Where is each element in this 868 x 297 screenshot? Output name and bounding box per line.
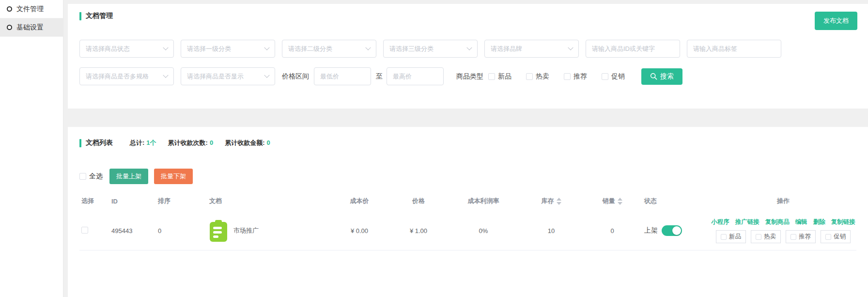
page-title-text: 文档管理 (86, 12, 113, 20)
row-id: 495443 (109, 211, 156, 250)
row-actions-cell: 小程序 推广链接 复制商品 编辑 删除 复制链接 新品 热卖 推荐 促销 (710, 211, 856, 250)
max-price-input[interactable] (387, 67, 444, 85)
tag-chips: 新品 热卖 推荐 促销 (712, 230, 854, 243)
chip-label: 促销 (834, 233, 846, 241)
delete-link[interactable]: 删除 (813, 218, 825, 226)
product-type-label: 商品类型 (456, 72, 483, 81)
product-status-select[interactable]: 请选择商品状态 (79, 40, 174, 58)
row-document-cell: 市场推广 (207, 211, 328, 250)
stat-value: 1个 (146, 139, 156, 146)
price-to-label: 至 (376, 72, 383, 81)
row-status-cell: 上架 (642, 211, 710, 250)
checkbox-label: 热卖 (536, 72, 549, 81)
min-price-input[interactable] (314, 67, 371, 85)
stock-sort-control[interactable] (557, 198, 561, 205)
category-level3-select[interactable]: 请选择三级分类 (383, 40, 478, 58)
select-placeholder: 请选择商品状态 (86, 45, 130, 53)
toggle-knob (672, 226, 681, 235)
search-button[interactable]: 搜索 (641, 68, 682, 85)
select-all-checkbox[interactable]: 全选 (79, 172, 103, 181)
visibility-select[interactable]: 请选择商品是否显示 (181, 67, 275, 85)
col-sales: 销量 (582, 191, 642, 211)
row-stock: 10 (520, 211, 582, 250)
sales-sort-control[interactable] (618, 198, 622, 205)
stat-payment-count: 累计收款次数:0 (168, 139, 214, 147)
chip-label: 推荐 (799, 233, 811, 241)
sidebar-item-label: 文件管理 (16, 5, 44, 14)
copy-link-link[interactable]: 复制链接 (831, 218, 855, 226)
checkbox-label: 推荐 (574, 72, 587, 81)
col-stock-label: 库存 (542, 197, 554, 204)
product-tag-input[interactable] (687, 40, 781, 58)
col-cost-margin: 成本利润率 (447, 191, 520, 211)
type-checkbox-hot[interactable]: 热卖 (526, 72, 549, 81)
checkbox-icon (488, 73, 495, 80)
select-placeholder: 请选择商品是否多规格 (86, 72, 149, 81)
sort-asc-icon[interactable] (557, 198, 561, 201)
bulk-list-button[interactable]: 批量上架 (109, 169, 148, 184)
chevron-down-icon (264, 72, 269, 78)
product-id-keyword-input[interactable] (586, 40, 680, 58)
col-sort: 排序 (156, 191, 207, 211)
chip-label: 新品 (729, 233, 741, 241)
filter-panel: 文档管理 发布文档 请选择商品状态 请选择一级分类 请选择二级分类 请选择三级分… (68, 4, 868, 109)
type-checkbox-promo[interactable]: 促销 (602, 72, 625, 81)
col-id: ID (109, 191, 156, 211)
category-level1-select[interactable]: 请选择一级分类 (181, 40, 275, 58)
list-title: 文档列表 (86, 139, 113, 147)
tag-checkbox-promo[interactable]: 促销 (821, 230, 851, 243)
multi-spec-select[interactable]: 请选择商品是否多规格 (79, 67, 174, 85)
document-name: 市场推广 (233, 226, 259, 235)
status-label: 上架 (644, 226, 658, 235)
col-status: 状态 (642, 191, 710, 211)
checkbox-label: 促销 (611, 72, 625, 81)
mini-program-link[interactable]: 小程序 (711, 218, 729, 226)
promotion-link[interactable]: 推广链接 (735, 218, 760, 226)
document-list-panel: 文档列表 总计:1个 累计收款次数:0 累计收款金额:0 全选 批量上架 批量下… (68, 127, 868, 297)
stat-payment-amount: 累计收款金额:0 (225, 139, 270, 147)
select-placeholder: 请选择品牌 (491, 45, 522, 53)
list-header: 文档列表 总计:1个 累计收款次数:0 累计收款金额:0 (79, 139, 856, 147)
sort-desc-icon[interactable] (557, 202, 561, 205)
checkbox-icon (602, 73, 608, 80)
type-checkbox-new[interactable]: 新品 (488, 72, 512, 81)
sidebar: 文件管理 基础设置 (0, 0, 63, 297)
table-header-row: 选择 ID 排序 文档 成本价 价格 成本利润率 库存 销量 状态 操作 (79, 191, 856, 211)
sort-desc-icon[interactable] (618, 202, 622, 205)
chevron-down-icon (365, 45, 371, 50)
checkbox-icon (790, 234, 796, 240)
publish-document-button[interactable]: 发布文档 (815, 12, 857, 30)
stat-label: 累计收款次数: (168, 139, 208, 146)
checkbox-icon (526, 73, 533, 80)
list-stats: 总计:1个 累计收款次数:0 累计收款金额:0 (130, 139, 270, 147)
select-placeholder: 请选择三级分类 (389, 45, 434, 53)
tag-checkbox-hot[interactable]: 热卖 (751, 230, 781, 243)
row-checkbox[interactable] (81, 227, 88, 234)
sidebar-item-file-management[interactable]: 文件管理 (0, 0, 63, 18)
brand-select[interactable]: 请选择品牌 (484, 40, 579, 58)
action-links: 小程序 推广链接 复制商品 编辑 删除 复制链接 (712, 218, 854, 226)
select-placeholder: 请选择二级分类 (288, 45, 332, 53)
select-placeholder: 请选择一级分类 (187, 45, 231, 53)
row-sales: 0 (582, 211, 642, 250)
main-content: 文档管理 发布文档 请选择商品状态 请选择一级分类 请选择二级分类 请选择三级分… (68, 0, 868, 297)
status-toggle[interactable] (662, 225, 682, 236)
filter-row-1: 请选择商品状态 请选择一级分类 请选择二级分类 请选择三级分类 请选择品牌 (79, 40, 857, 58)
radio-circle-icon (7, 6, 12, 12)
tag-checkbox-recommend[interactable]: 推荐 (786, 230, 816, 243)
copy-product-link[interactable]: 复制商品 (765, 218, 790, 226)
sidebar-item-basic-settings[interactable]: 基础设置 (0, 18, 63, 37)
stat-value: 0 (210, 139, 213, 146)
checkbox-icon (756, 234, 761, 240)
tag-checkbox-new[interactable]: 新品 (716, 230, 746, 243)
type-checkbox-recommend[interactable]: 推荐 (564, 72, 587, 81)
col-document: 文档 (207, 191, 328, 211)
select-placeholder: 请选择商品是否显示 (187, 72, 244, 81)
bulk-delist-button[interactable]: 批量下架 (154, 169, 193, 184)
edit-link[interactable]: 编辑 (795, 218, 807, 226)
sort-asc-icon[interactable] (618, 198, 622, 201)
category-level2-select[interactable]: 请选择二级分类 (282, 40, 376, 58)
row-cost-margin: 0% (447, 211, 520, 250)
checkbox-icon (79, 173, 86, 180)
stat-label: 总计: (130, 139, 144, 146)
